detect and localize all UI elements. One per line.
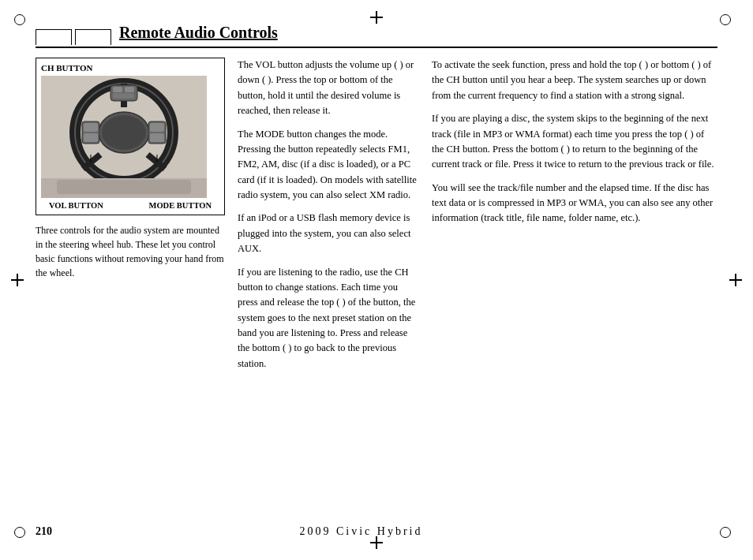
mid-col-text: The VOL button adjusts the volume up ( )… — [238, 58, 419, 371]
svg-rect-15 — [113, 87, 122, 92]
svg-rect-10 — [84, 133, 98, 142]
right-col-text: To activate the seek function, press and… — [432, 58, 717, 226]
page-header: Remote Audio Controls — [36, 24, 717, 48]
right-para-3: You will see the track/file number and t… — [432, 181, 717, 226]
mid-para-4: If you are listening to the radio, use t… — [238, 265, 419, 372]
page-footer: 210 2009 Civic Hybrid — [36, 525, 717, 538]
header-tab-2 — [75, 29, 111, 45]
mid-para-1: The VOL button adjusts the volume up ( )… — [238, 58, 419, 119]
vol-button-label: VOL BUTTON — [49, 201, 103, 210]
ch-button-label: CH BUTTON — [41, 63, 219, 73]
right-para-1: To activate the seek function, press and… — [432, 58, 717, 103]
page-number: 210 — [36, 525, 52, 538]
svg-point-7 — [102, 115, 146, 150]
svg-rect-13 — [150, 133, 164, 142]
svg-rect-21 — [57, 180, 191, 194]
svg-rect-16 — [125, 87, 134, 92]
svg-rect-9 — [84, 123, 98, 132]
diagram-box: CH BUTTON — [36, 58, 225, 215]
main-content: CH BUTTON — [36, 58, 717, 379]
button-labels: VOL BUTTON MODE BUTTON — [41, 198, 219, 210]
mode-button-label: MODE BUTTON — [149, 201, 212, 210]
right-para-2: If you are playing a disc, the system sk… — [432, 111, 717, 173]
mid-para-2: The MODE button changes the mode. Pressi… — [238, 127, 419, 203]
left-column: CH BUTTON — [36, 58, 225, 379]
right-column: To activate the seek function, press and… — [432, 58, 717, 379]
header-tabs — [36, 29, 111, 45]
footer-center: 2009 Civic Hybrid — [300, 525, 423, 538]
steering-wheel-diagram — [41, 76, 207, 198]
svg-rect-12 — [150, 123, 164, 132]
page-title: Remote Audio Controls — [119, 24, 278, 43]
page: Remote Audio Controls CH BUTTON — [0, 0, 753, 560]
header-tab-1 — [36, 29, 72, 45]
middle-column: The VOL button adjusts the volume up ( )… — [238, 58, 419, 379]
mid-para-3: If an iPod or a USB flash memory device … — [238, 211, 419, 256]
left-description: Three controls for the audio system are … — [36, 223, 225, 280]
svg-rect-17 — [113, 93, 134, 99]
